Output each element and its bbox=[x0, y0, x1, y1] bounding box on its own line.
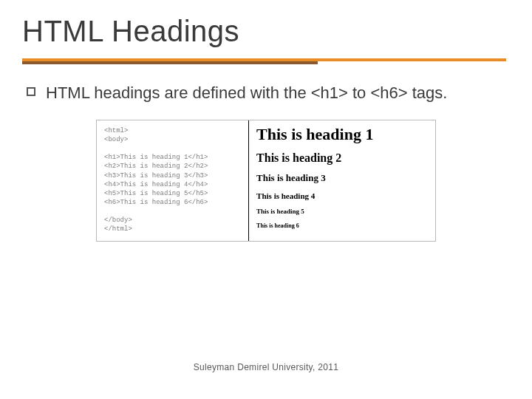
bullet-icon bbox=[27, 87, 35, 96]
code-preview: <html> <body> <h1>This is heading 1</h1>… bbox=[96, 120, 436, 242]
code-source-pane: <html> <body> <h1>This is heading 1</h1>… bbox=[97, 120, 249, 242]
slide-title: HTML Headings bbox=[22, 15, 510, 48]
rendered-heading-5: This is heading 5 bbox=[256, 208, 428, 215]
rendered-heading-3: This is heading 3 bbox=[256, 172, 428, 184]
code-line: <h2>This is heading 2</h2> bbox=[104, 163, 208, 170]
rendered-heading-2: This is heading 2 bbox=[256, 151, 428, 165]
code-line: <html> bbox=[104, 127, 128, 134]
code-line: <h1>This is heading 1</h1> bbox=[104, 154, 208, 161]
code-line: <h5>This is heading 5</h5> bbox=[104, 190, 208, 197]
code-render-pane: This is heading 1 This is heading 2 This… bbox=[249, 120, 435, 242]
title-underline bbox=[22, 55, 510, 66]
code-line: <h3>This is heading 3</h3> bbox=[104, 172, 208, 180]
body-copy: HTML headings are defined with the <h1> … bbox=[46, 82, 447, 105]
rule-brown bbox=[22, 61, 318, 64]
footer-text: Suleyman Demirel University, 2011 bbox=[0, 362, 532, 372]
code-line: <body> bbox=[104, 136, 128, 143]
rendered-heading-4: This is heading 4 bbox=[256, 191, 428, 200]
code-line: </body> bbox=[104, 216, 132, 224]
body-bullet: HTML headings are defined with the <h1> … bbox=[22, 82, 510, 105]
rendered-heading-6: This is heading 6 bbox=[256, 222, 428, 229]
code-line: <h4>This is heading 4</h4> bbox=[104, 181, 208, 188]
rendered-heading-1: This is heading 1 bbox=[256, 125, 428, 144]
code-line: <h6>This is heading 6</h6> bbox=[104, 199, 208, 206]
code-line: </html> bbox=[104, 225, 132, 233]
slide-container: HTML Headings HTML headings are defined … bbox=[0, 0, 532, 242]
